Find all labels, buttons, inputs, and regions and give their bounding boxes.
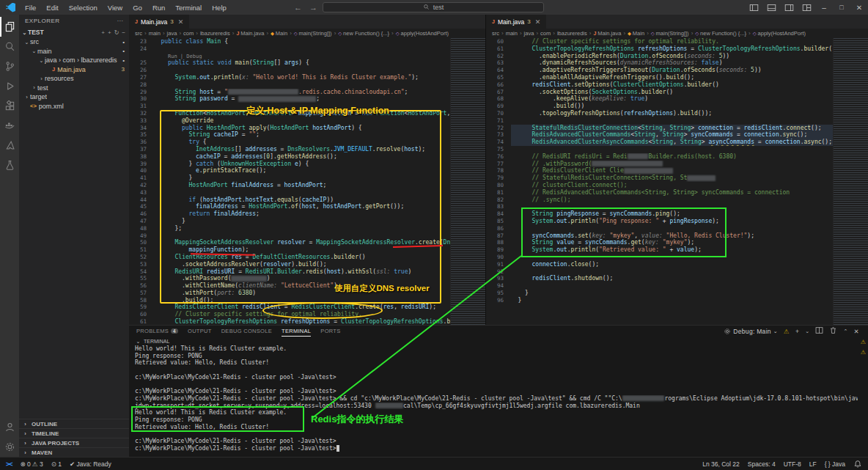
code-line-47[interactable]: 47} xyxy=(129,218,450,225)
status-encoding[interactable]: UTF-8 xyxy=(784,460,801,468)
tree-item-pom-xml[interactable]: <>pom.xml xyxy=(19,102,129,111)
breadcrumb-item[interactable]: ◇ main(String[]) xyxy=(294,30,332,37)
code-line-62[interactable]: 62.enablePeriodicRefresh(Duration.ofSeco… xyxy=(486,53,833,60)
sidebar-section-outline[interactable]: ›OUTLINE xyxy=(19,419,129,428)
code-line-57[interactable]: 57.withPort(port: 6380) xyxy=(129,290,450,297)
code-line-48[interactable]: 48}; xyxy=(129,225,450,232)
menu-help[interactable]: Help xyxy=(207,4,232,12)
code-line-66[interactable]: 66redisClient.setOptions(ClusterClientOp… xyxy=(486,81,833,89)
tab-main-java[interactable]: J Main.java3✕ xyxy=(486,15,546,29)
code-line-67[interactable]: 67.socketOptions(SocketOptions.builder() xyxy=(486,89,833,96)
breadcrumb-item[interactable]: ◆ Main xyxy=(271,30,287,37)
code-line-61[interactable]: 61ClusterTopologyRefreshOptions refreshO… xyxy=(486,45,833,53)
sidebar-section-java-projects[interactable]: ›JAVA PROJECTS xyxy=(19,438,129,447)
breadcrumb-item[interactable]: J Main.java xyxy=(236,30,264,37)
command-center-search[interactable]: test xyxy=(323,2,544,12)
breadcrumb-item[interactable]: com xyxy=(540,30,551,37)
menu-view[interactable]: View xyxy=(103,4,128,12)
account-icon[interactable] xyxy=(0,417,19,437)
project-root-row[interactable]: ⌄ TEST + + ↻ − xyxy=(19,27,129,37)
window-close-icon[interactable]: ✕ xyxy=(850,0,868,15)
code-line-51[interactable]: 51mappingFunction); xyxy=(129,246,450,254)
code-line-26[interactable]: 26 xyxy=(129,67,450,74)
tree-item-main[interactable]: ⌄main• xyxy=(19,47,129,56)
status-language-mode[interactable]: { } Java xyxy=(825,460,845,468)
code-line-54[interactable]: 54RedisURI redisURI = RedisURI.Builder.r… xyxy=(129,268,450,276)
docker-icon[interactable] xyxy=(0,116,19,136)
code-line-80[interactable]: 80// clusterClient.connect(); xyxy=(486,182,833,189)
terminal-dropdown-icon[interactable]: ⌄ xyxy=(805,328,809,334)
tab-close-icon[interactable]: ✕ xyxy=(178,18,184,26)
status-cursor-position[interactable]: Ln 36, Col 22 xyxy=(702,460,740,468)
tree-item-target[interactable]: ›target xyxy=(19,92,129,102)
tree-item-src[interactable]: ⌄src• xyxy=(19,37,129,47)
code-line-52[interactable]: 52ClientResources res = DefaultClientRes… xyxy=(129,254,450,261)
minimap[interactable] xyxy=(833,38,868,325)
terminal-picker[interactable]: Debug: Main ⌄ xyxy=(724,328,778,335)
terminal[interactable]: Hello world! This is Redis Cluster examp… xyxy=(135,345,858,455)
window-maximize-icon[interactable]: □ xyxy=(833,0,850,15)
collapse-all-icon[interactable]: − xyxy=(122,29,125,36)
code-line-96[interactable]: 96} xyxy=(486,297,833,304)
code-line-86[interactable]: 86 xyxy=(486,225,833,232)
breadcrumb-item[interactable]: lbazureredis xyxy=(557,30,587,37)
layout-panel-icon[interactable] xyxy=(762,0,780,15)
code-line-31[interactable]: 31 xyxy=(129,103,450,110)
tree-item-main-java[interactable]: JMain.java3 xyxy=(19,65,129,75)
menu-terminal[interactable]: Terminal xyxy=(170,4,207,12)
menu-file[interactable]: File xyxy=(20,4,41,12)
status-problems-summary[interactable]: ⊗ 0 ⚠ 3 xyxy=(21,460,43,468)
code-line-93[interactable]: 93redisClient.shutdown(); xyxy=(486,275,833,282)
code-line-90[interactable]: 90 xyxy=(486,254,833,261)
sidebar-section-timeline[interactable]: ›TIMELINE xyxy=(19,428,129,438)
code-line-75[interactable]: 75 xyxy=(486,146,833,153)
code-line-84[interactable]: 84String pingResponse = syncCommands.pin… xyxy=(486,210,833,218)
code-line-92[interactable]: 92 xyxy=(486,268,833,276)
code-line-94[interactable]: 94 xyxy=(486,282,833,290)
code-line-46[interactable]: 46return finalAddress; xyxy=(129,210,450,218)
kill-terminal-icon[interactable] xyxy=(829,326,837,336)
status-indentation[interactable]: Spaces: 4 xyxy=(748,460,776,468)
tab-close-icon[interactable]: ✕ xyxy=(535,18,541,26)
code-line-34[interactable]: 34public HostAndPort apply(HostAndPort h… xyxy=(129,125,450,132)
code-line-24[interactable]: 24 xyxy=(129,45,450,53)
panel-tab-terminal[interactable]: TERMINAL xyxy=(282,326,311,337)
code-line-32[interactable]: 32Function<HostAndPort, HostAndPort> map… xyxy=(129,110,450,117)
status-ports-summary[interactable]: ⊙ 1 xyxy=(51,460,62,468)
run-debug-icon[interactable] xyxy=(0,76,19,96)
breadcrumb-item[interactable]: J Main.java xyxy=(593,30,621,37)
code-line-35[interactable]: 35String cacheIP = ""; xyxy=(129,131,450,139)
breadcrumb-item[interactable]: ◇ new Function() {...} xyxy=(338,30,389,37)
code-line-27[interactable]: 27System.out.println(x: "Hello world! Th… xyxy=(129,74,450,81)
code-line-81[interactable]: 81// RedisAdvancedClusterCommands<String… xyxy=(486,189,833,197)
menu-go[interactable]: Go xyxy=(128,4,147,12)
refresh-icon[interactable]: ↻ xyxy=(114,29,119,36)
code-line-61[interactable]: 61ClusterTopologyRefreshOptions refreshO… xyxy=(129,318,450,325)
code-line-50[interactable]: 50MappingSocketAddressResolver resolver … xyxy=(129,239,450,246)
status-remote-indicator[interactable]: >< xyxy=(6,460,12,468)
code-line-95[interactable]: 95} xyxy=(486,290,833,297)
code-line-63[interactable]: 63.dynamicRefreshSources(dynamicRefreshS… xyxy=(486,59,833,67)
maximize-panel-icon[interactable]: ⌃ xyxy=(843,328,847,334)
layout-customize-icon[interactable] xyxy=(798,0,815,15)
tree-item-test[interactable]: ›test xyxy=(19,84,129,93)
breadcrumb-item[interactable]: lbazureredis xyxy=(200,30,230,37)
breadcrumb-item[interactable]: java xyxy=(524,30,534,37)
close-panel-icon[interactable]: ✕ xyxy=(854,328,859,335)
layout-sidebar-right-icon[interactable] xyxy=(780,0,798,15)
nav-back-icon[interactable]: ← xyxy=(292,3,304,12)
code-line-79[interactable]: 79// StatefulRedisClusterConnection<Stri… xyxy=(486,175,833,182)
search-icon[interactable] xyxy=(0,37,19,56)
minimap[interactable] xyxy=(450,38,485,325)
code-line-36[interactable]: 36try { xyxy=(129,139,450,146)
code-line-53[interactable]: 53.socketAddressResolver(resolver).build… xyxy=(129,261,450,268)
code-line-60[interactable]: 60// Cluster specific settings for optim… xyxy=(129,311,450,318)
code-line-30[interactable]: 30String password = ; xyxy=(129,95,450,103)
code-line-89[interactable]: 89System.out.println("Retrieved value: "… xyxy=(486,246,833,254)
settings-icon[interactable] xyxy=(0,437,19,457)
code-line-25[interactable]: 25public static void main(String[] args)… xyxy=(129,59,450,67)
panel-tab-output[interactable]: OUTPUT xyxy=(188,326,212,337)
code-line-85[interactable]: 85System.out.println("Ping response: " +… xyxy=(486,218,833,225)
code-line-68[interactable]: 68.keepAlive(keepAlive: true) xyxy=(486,95,833,103)
notifications-bell-icon[interactable] xyxy=(853,460,862,469)
